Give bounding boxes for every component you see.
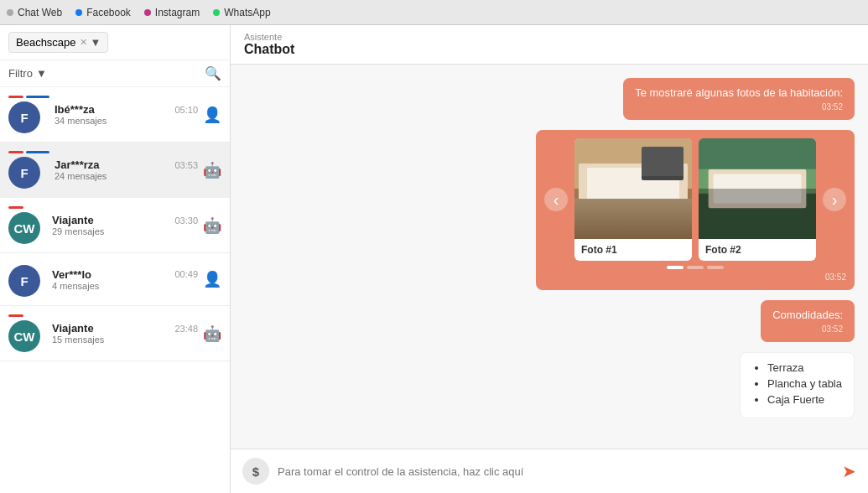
chat-input-area: $ ➤ — [231, 449, 868, 493]
conv-time: 03:53 — [174, 160, 198, 170]
tab-dot-instagram — [144, 9, 151, 16]
bot-bubble: Te mostraré algunas fotos de la habitaci… — [623, 78, 855, 120]
list-item[interactable]: F Ibé***za 05:10 34 mensajes 👤 — [0, 87, 230, 143]
conv-name: Viajante — [52, 322, 94, 335]
send-button[interactable]: ➤ — [842, 461, 856, 481]
dollar-button[interactable]: $ — [242, 458, 269, 485]
room-image-2 — [699, 138, 816, 239]
indicator-red — [8, 151, 23, 153]
avatar: F — [8, 101, 40, 133]
photo-carousel: ‹ — [536, 130, 855, 290]
list-item: Plancha y tabla — [767, 377, 842, 390]
tab-label-facebook: Facebook — [86, 7, 131, 18]
chat-input[interactable] — [278, 465, 834, 478]
svg-rect-11 — [699, 138, 816, 169]
account-name: Beachscape — [16, 36, 76, 49]
svg-rect-6 — [650, 210, 692, 239]
conv-time: 23:48 — [174, 324, 198, 334]
carousel-dot-2 — [687, 266, 704, 269]
chat-area: Asistente Chatbot Te mostraré algunas fo… — [231, 25, 868, 493]
person-icon: 👤 — [203, 106, 221, 124]
amenities-list: Terraza Plancha y tabla Caja Fuerte — [752, 361, 842, 406]
tab-chat-web[interactable]: Chat Web — [7, 7, 62, 18]
tab-dot-facebook — [75, 9, 82, 16]
conversation-list: F Ibé***za 05:10 34 mensajes 👤 — [0, 87, 230, 493]
filter-row: Filtro ▼ 🔍 — [0, 60, 230, 87]
svg-rect-5 — [574, 214, 616, 239]
svg-rect-10 — [714, 174, 802, 204]
carousel-prev-button[interactable]: ‹ — [544, 188, 568, 211]
message-time: 03:52 — [635, 102, 843, 112]
svg-rect-8 — [699, 194, 816, 239]
conv-name: Ibé***za — [55, 103, 95, 116]
sidebar-header: Beachscape ✕ ▼ — [0, 25, 230, 60]
tab-bar: Chat Web Facebook Instagram WhatsApp — [0, 0, 868, 25]
bot-icon: 🤖 — [203, 324, 221, 343]
conv-messages: 29 mensajes — [52, 226, 198, 236]
tab-dot-whatsapp — [213, 9, 220, 16]
assistant-label: Asistente — [244, 32, 855, 42]
account-close-icon[interactable]: ✕ — [80, 37, 87, 48]
bot-message: Terraza Plancha y tabla Caja Fuerte — [740, 352, 855, 418]
person-icon: 👤 — [203, 270, 221, 288]
indicator-blue — [26, 96, 49, 98]
photo-label-1: Foto #1 — [574, 239, 692, 261]
carousel-next-button[interactable]: › — [823, 188, 846, 211]
sidebar: Beachscape ✕ ▼ Filtro ▼ 🔍 F — [0, 25, 231, 493]
main-layout: Beachscape ✕ ▼ Filtro ▼ 🔍 F — [0, 25, 868, 493]
list-item[interactable]: F Ver***lo 00:49 4 mensajes 👤 — [0, 253, 230, 306]
account-selector[interactable]: Beachscape ✕ ▼ — [8, 32, 108, 53]
room-image-1 — [574, 138, 692, 239]
avatar: CW — [8, 320, 40, 352]
carousel-inner: ‹ — [544, 138, 846, 261]
list-item[interactable]: CW Viajante 03:30 29 mensajes 🤖 — [0, 198, 230, 253]
indicator-red — [8, 96, 23, 98]
tab-whatsapp[interactable]: WhatsApp — [213, 7, 270, 18]
bot-icon: 🤖 — [203, 216, 221, 235]
chat-header: Asistente Chatbot — [231, 25, 868, 65]
tab-label-instagram: Instagram — [155, 7, 200, 18]
bot-message: Comodidades: 03:52 — [761, 300, 855, 342]
conv-messages: 24 mensajes — [55, 171, 198, 181]
tab-facebook[interactable]: Facebook — [75, 7, 131, 18]
tab-dot-chat-web — [7, 9, 13, 16]
list-item[interactable]: CW Viajante 23:48 15 mensajes 🤖 — [0, 306, 230, 361]
tab-label-whatsapp: WhatsApp — [224, 7, 270, 18]
tab-instagram[interactable]: Instagram — [144, 7, 200, 18]
chatbot-label: Chatbot — [244, 42, 855, 57]
conv-time: 00:49 — [174, 269, 198, 279]
avatar: F — [8, 265, 40, 297]
avatar: CW — [8, 212, 40, 244]
avatar: F — [8, 157, 40, 189]
filter-button[interactable]: Filtro ▼ — [8, 67, 47, 80]
carousel-dot-1 — [667, 266, 683, 269]
search-button[interactable]: 🔍 — [205, 65, 221, 81]
list-bubble: Terraza Plancha y tabla Caja Fuerte — [740, 352, 855, 418]
message-text: Comodidades: — [772, 309, 843, 321]
svg-rect-3 — [587, 168, 679, 205]
carousel-time: 03:52 — [544, 272, 846, 282]
conv-name: Jar***rza — [55, 158, 100, 171]
message-time: 03:52 — [772, 324, 843, 334]
indicator-red — [8, 314, 23, 317]
list-item: Terraza — [767, 361, 842, 374]
conv-messages: 4 mensajes — [52, 281, 198, 291]
photo-card-1: Foto #1 — [574, 138, 692, 261]
photo-label-2: Foto #2 — [699, 239, 816, 261]
list-item[interactable]: F Jar***rza 03:53 24 mensajes 🤖 — [0, 143, 230, 198]
conv-messages: 15 mensajes — [52, 335, 198, 345]
list-item: Caja Fuerte — [767, 393, 842, 406]
indicator-red — [8, 206, 23, 209]
message-text: Te mostraré algunas fotos de la habitaci… — [635, 86, 843, 99]
conv-name: Ver***lo — [52, 268, 91, 281]
carousel-dot-3 — [707, 266, 724, 269]
indicator-blue — [26, 151, 49, 153]
conv-time: 05:10 — [174, 105, 198, 115]
carousel-dots — [544, 266, 846, 269]
bot-bubble: Comodidades: 03:52 — [761, 300, 855, 342]
chat-messages: Te mostraré algunas fotos de la habitaci… — [231, 65, 868, 449]
conv-time: 03:30 — [174, 215, 198, 226]
bot-icon: 🤖 — [203, 161, 221, 179]
conv-messages: 34 mensajes — [55, 116, 198, 126]
photo-card-2: Foto #2 — [699, 138, 816, 261]
